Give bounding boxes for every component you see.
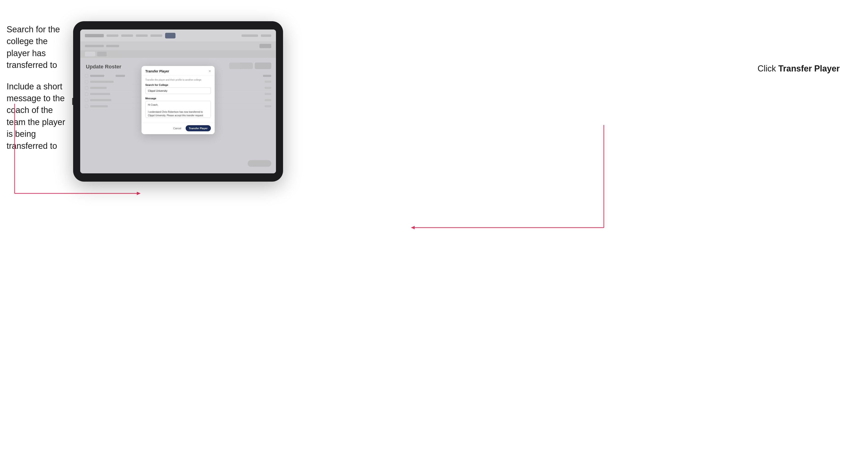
svg-marker-4 xyxy=(411,226,415,229)
modal-overlay: Transfer Player × Transfer the player an… xyxy=(80,30,276,173)
tablet-screen: Update Roster xyxy=(80,30,276,173)
transfer-player-button[interactable]: Transfer Player xyxy=(186,125,211,131)
modal-header: Transfer Player × xyxy=(142,66,215,76)
annotation-right-bold: Transfer Player xyxy=(778,64,840,73)
modal-subtitle: Transfer the player and their profile to… xyxy=(145,79,211,81)
annotation-message-text: Include a short message to the coach of … xyxy=(7,82,65,151)
message-label: Message xyxy=(145,97,211,100)
message-textarea[interactable]: Hi Coach, I understand Chris Robertson h… xyxy=(145,101,211,118)
modal-close-icon[interactable]: × xyxy=(209,69,211,73)
transfer-player-modal: Transfer Player × Transfer the player an… xyxy=(142,66,215,134)
tablet-side-button xyxy=(72,98,73,105)
annotation-search-text: Search for the college the player has tr… xyxy=(7,25,60,70)
modal-title: Transfer Player xyxy=(145,69,169,73)
annotation-left: Search for the college the player has tr… xyxy=(7,24,73,152)
svg-marker-2 xyxy=(137,192,141,195)
modal-footer: Cancel Transfer Player xyxy=(142,123,215,134)
search-college-label: Search for College xyxy=(145,84,211,86)
tablet-device: Update Roster xyxy=(73,21,283,182)
annotation-right-prefix: Click xyxy=(757,64,778,73)
search-college-input[interactable] xyxy=(145,88,211,94)
modal-body: Transfer the player and their profile to… xyxy=(142,76,215,123)
cancel-button[interactable]: Cancel xyxy=(171,126,183,131)
annotation-right: Click Transfer Player xyxy=(757,64,840,73)
